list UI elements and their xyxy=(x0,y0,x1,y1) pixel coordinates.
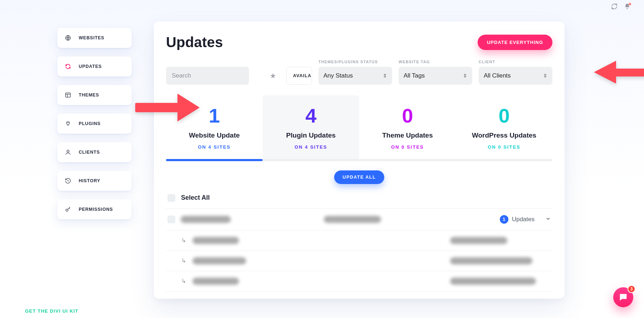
plug-icon xyxy=(64,120,72,127)
stat-theme-updates[interactable]: 0 Theme Updates ON 0 SITES xyxy=(359,95,456,160)
update-everything-button[interactable]: UPDATE EVERYTHING xyxy=(478,35,552,50)
annotation-arrow xyxy=(594,61,644,84)
chevron-updown-icon: ⇳ xyxy=(463,73,467,78)
status-select[interactable]: Any Status ⇳ xyxy=(318,67,392,85)
select-value: Any Status xyxy=(323,72,353,79)
select-all-checkbox[interactable] xyxy=(167,194,175,202)
update-all-button[interactable]: UPDATE ALL xyxy=(334,170,385,184)
sidebar-item-label: PERMISSIONS xyxy=(79,207,113,212)
status-select-label: THEMES/PLUGINS STATUS xyxy=(318,60,392,64)
sidebar: WEBSITES UPDATES THEMES PLUGINS CLIENTS … xyxy=(57,28,132,219)
redacted-text xyxy=(192,257,246,264)
history-icon xyxy=(64,178,72,184)
layout-icon xyxy=(64,92,72,98)
sidebar-item-themes[interactable]: THEMES xyxy=(57,85,132,105)
page-title: Updates xyxy=(166,34,223,50)
notifications-bell-icon[interactable] xyxy=(624,3,630,11)
tab-indicator xyxy=(166,159,263,161)
select-value: All Clients xyxy=(484,72,511,79)
select-all-label: Select All xyxy=(181,194,210,202)
stat-label: Plugin Updates xyxy=(266,131,356,139)
stats-tabs: 1 Website Update ON 4 SITES 4 Plugin Upd… xyxy=(166,95,552,160)
svg-point-2 xyxy=(67,150,69,152)
client-select[interactable]: All Clients ⇳ xyxy=(479,67,552,85)
stat-sub: ON 4 SITES xyxy=(170,144,259,150)
stat-sub: ON 0 SITES xyxy=(459,144,549,150)
sidebar-item-updates[interactable]: UPDATES xyxy=(57,56,132,76)
stat-wordpress-updates[interactable]: 0 WordPress Updates ON 0 SITES xyxy=(456,95,552,160)
subrow-indent-icon: ↳ xyxy=(178,278,189,284)
stat-label: Theme Updates xyxy=(363,131,452,139)
search-input[interactable] xyxy=(166,67,249,85)
promo-link[interactable]: GET THE DIVI UI KIT xyxy=(25,308,78,314)
sidebar-item-label: THEMES xyxy=(79,93,99,98)
redacted-text xyxy=(192,278,239,285)
chevron-down-icon[interactable] xyxy=(545,216,551,223)
segment-available[interactable]: AVAILABLE xyxy=(287,67,312,84)
svg-marker-7 xyxy=(594,61,616,84)
user-icon xyxy=(64,149,72,155)
update-subrow[interactable]: ↳ xyxy=(166,230,552,250)
stat-label: WordPress Updates xyxy=(459,131,549,139)
select-value: All Tags xyxy=(404,72,425,79)
redacted-text xyxy=(450,257,532,264)
availability-toggle: AVAILABLE IGNORED xyxy=(286,67,312,85)
website-row[interactable]: 1 Updates xyxy=(166,208,552,230)
stat-label: Website Update xyxy=(170,131,259,139)
refresh-icon[interactable] xyxy=(611,3,618,11)
stat-sub: ON 4 SITES xyxy=(266,144,356,150)
client-select-label: CLIENT xyxy=(479,60,552,64)
sidebar-item-label: PLUGINS xyxy=(79,121,101,126)
redacted-text xyxy=(324,216,381,223)
sidebar-item-websites[interactable]: WEBSITES xyxy=(57,28,132,48)
svg-point-3 xyxy=(66,209,68,211)
redacted-text xyxy=(450,278,536,285)
sidebar-item-label: UPDATES xyxy=(79,64,102,69)
svg-rect-1 xyxy=(65,93,70,97)
sidebar-item-label: WEBSITES xyxy=(79,35,104,40)
notification-dot xyxy=(629,3,631,5)
tab-indicator-rail xyxy=(166,159,552,161)
chat-fab[interactable]: 3 xyxy=(613,287,633,307)
sidebar-item-label: CLIENTS xyxy=(79,150,100,155)
row-checkbox[interactable] xyxy=(167,215,175,223)
redacted-text xyxy=(450,237,507,244)
subrow-indent-icon: ↳ xyxy=(178,257,189,264)
sidebar-item-label: HISTORY xyxy=(79,178,100,183)
sidebar-item-clients[interactable]: CLIENTS xyxy=(57,142,132,162)
subrow-indent-icon: ↳ xyxy=(178,237,189,244)
tag-select[interactable]: All Tags ⇳ xyxy=(399,67,472,85)
sidebar-item-history[interactable]: HISTORY xyxy=(57,171,132,191)
update-subrow[interactable]: ↳ xyxy=(166,271,552,292)
stat-sub: ON 0 SITES xyxy=(363,144,452,150)
update-subrow[interactable]: ↳ xyxy=(166,250,552,271)
chat-badge: 3 xyxy=(628,285,635,293)
stat-count: 0 xyxy=(459,105,549,126)
sync-icon xyxy=(64,63,72,70)
sidebar-item-plugins[interactable]: PLUGINS xyxy=(57,114,132,134)
stat-count: 1 xyxy=(170,105,259,126)
stat-website-updates[interactable]: 1 Website Update ON 4 SITES xyxy=(166,95,263,160)
redacted-text xyxy=(181,216,231,223)
stat-count: 0 xyxy=(363,105,452,126)
main-panel: Updates UPDATE EVERYTHING ★ AVAILABLE IG… xyxy=(154,21,565,299)
updates-count-badge: 1 xyxy=(500,215,508,224)
stat-count: 4 xyxy=(266,105,356,126)
chevron-updown-icon: ⇳ xyxy=(383,73,387,78)
svg-rect-6 xyxy=(615,69,644,76)
globe-icon xyxy=(64,35,72,41)
updates-label: Updates xyxy=(512,216,535,223)
key-icon xyxy=(64,206,72,213)
sidebar-item-permissions[interactable]: PERMISSIONS xyxy=(57,199,132,219)
stat-plugin-updates[interactable]: 4 Plugin Updates ON 4 SITES xyxy=(263,95,359,160)
redacted-text xyxy=(192,237,239,244)
chevron-updown-icon: ⇳ xyxy=(543,73,547,78)
favorites-filter-star-icon[interactable]: ★ xyxy=(270,67,276,85)
tag-select-label: WEBSITE TAG xyxy=(399,60,472,64)
